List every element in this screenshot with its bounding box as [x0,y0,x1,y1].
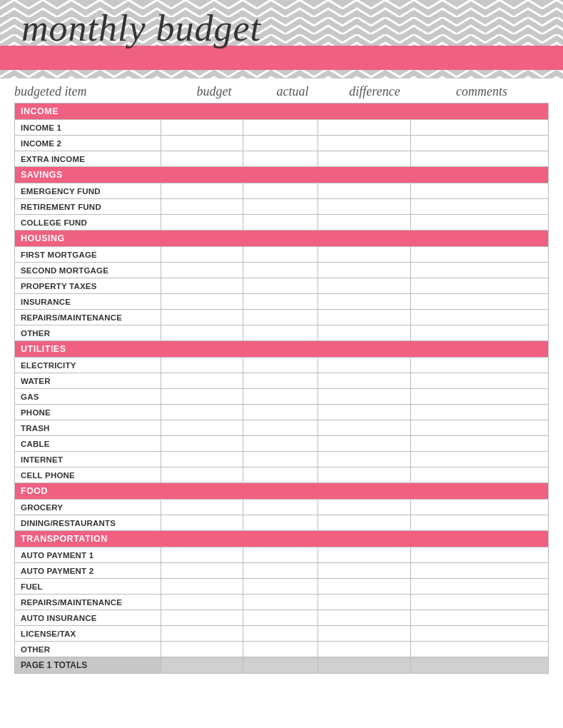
row-cell[interactable] [243,389,318,405]
row-cell[interactable] [318,515,411,531]
row-cell[interactable] [243,136,318,151]
row-cell[interactable] [411,310,549,325]
row-cell[interactable] [243,405,318,420]
row-cell[interactable] [411,579,549,595]
row-cell[interactable] [411,500,549,515]
row-cell[interactable] [411,120,549,136]
row-cell[interactable] [318,263,411,278]
row-cell[interactable] [318,547,411,563]
row-cell[interactable] [318,278,411,294]
row-cell[interactable] [411,436,549,452]
row-cell[interactable] [243,579,318,595]
row-cell[interactable] [161,183,243,199]
row-cell[interactable] [243,452,318,467]
row-cell[interactable] [318,120,411,136]
row-cell[interactable] [411,547,549,563]
row-cell[interactable] [243,610,318,626]
row-cell[interactable] [161,420,243,436]
row-cell[interactable] [243,626,318,642]
row-cell[interactable] [411,294,549,310]
row-cell[interactable] [411,373,549,389]
row-cell[interactable] [318,151,411,167]
row-cell[interactable] [243,515,318,531]
row-cell[interactable] [161,373,243,389]
row-cell[interactable] [318,436,411,452]
row-cell[interactable] [411,389,549,405]
row-cell[interactable] [243,467,318,483]
row-cell[interactable] [161,610,243,626]
row-cell[interactable] [243,215,318,231]
row-cell[interactable] [243,183,318,199]
row-cell[interactable] [161,389,243,405]
row-cell[interactable] [411,467,549,483]
row-cell[interactable] [411,642,549,657]
row-cell[interactable] [161,215,243,231]
row-cell[interactable] [411,452,549,467]
row-cell[interactable] [161,595,243,610]
row-cell[interactable] [318,358,411,373]
row-cell[interactable] [411,263,549,278]
row-cell[interactable] [318,136,411,151]
row-cell[interactable] [318,595,411,610]
row-cell[interactable] [161,579,243,595]
row-cell[interactable] [161,467,243,483]
row-cell[interactable] [243,420,318,436]
row-cell[interactable] [161,405,243,420]
row-cell[interactable] [161,325,243,341]
row-cell[interactable] [318,610,411,626]
row-cell[interactable] [243,436,318,452]
row-cell[interactable] [318,420,411,436]
row-cell[interactable] [161,626,243,642]
row-cell[interactable] [318,405,411,420]
row-cell[interactable] [243,358,318,373]
row-cell[interactable] [411,325,549,341]
row-cell[interactable] [318,389,411,405]
row-cell[interactable] [318,563,411,579]
row-cell[interactable] [243,547,318,563]
row-cell[interactable] [161,642,243,657]
row-cell[interactable] [411,595,549,610]
row-cell[interactable] [161,136,243,151]
row-cell[interactable] [243,263,318,278]
row-cell[interactable] [411,515,549,531]
row-cell[interactable] [318,500,411,515]
row-cell[interactable] [318,373,411,389]
row-cell[interactable] [318,579,411,595]
row-cell[interactable] [411,151,549,167]
row-cell[interactable] [161,547,243,563]
row-cell[interactable] [318,626,411,642]
row-cell[interactable] [243,373,318,389]
row-cell[interactable] [243,325,318,341]
row-cell[interactable] [318,183,411,199]
row-cell[interactable] [411,358,549,373]
row-cell[interactable] [161,199,243,215]
row-cell[interactable] [318,325,411,341]
row-cell[interactable] [161,563,243,579]
row-cell[interactable] [161,294,243,310]
row-cell[interactable] [161,120,243,136]
row-cell[interactable] [161,436,243,452]
row-cell[interactable] [243,278,318,294]
row-cell[interactable] [318,199,411,215]
row-cell[interactable] [161,358,243,373]
row-cell[interactable] [318,294,411,310]
row-cell[interactable] [161,500,243,515]
row-cell[interactable] [161,515,243,531]
row-cell[interactable] [161,310,243,325]
row-cell[interactable] [243,247,318,263]
row-cell[interactable] [243,642,318,657]
row-cell[interactable] [161,151,243,167]
row-cell[interactable] [411,215,549,231]
row-cell[interactable] [243,199,318,215]
row-cell[interactable] [318,310,411,325]
row-cell[interactable] [243,310,318,325]
row-cell[interactable] [411,610,549,626]
row-cell[interactable] [411,405,549,420]
row-cell[interactable] [411,247,549,263]
row-cell[interactable] [318,467,411,483]
row-cell[interactable] [411,626,549,642]
row-cell[interactable] [243,120,318,136]
row-cell[interactable] [318,215,411,231]
row-cell[interactable] [318,452,411,467]
row-cell[interactable] [243,151,318,167]
